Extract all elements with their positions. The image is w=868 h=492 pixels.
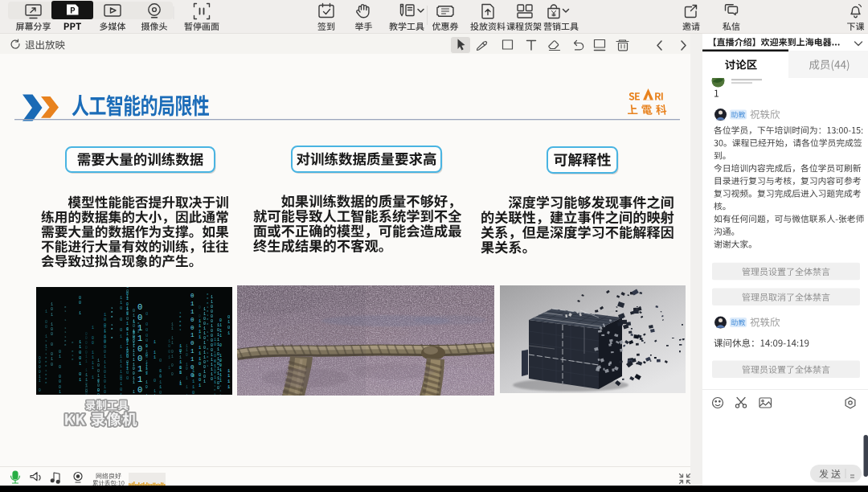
svg-text:1 11: 1 11 [154,340,156,360]
svg-text:101 100 0 010: 101 100 0 010 [51,302,53,367]
svg-text:1 1 11110: 1 1 11110 [120,334,122,379]
svg-text:0000011 1110000: 0000011 1110000 [85,332,88,400]
svg-text:01 0 00011: 01 0 00011 [59,350,61,400]
svg-text:001100110: 001100110 [137,302,142,395]
svg-text:0 0 1 0: 0 0 1 0 [199,305,201,337]
svg-text:1 00 1111 1: 1 00 1111 1 [92,326,94,380]
svg-text:01101: 01101 [133,309,135,334]
svg-text:01011 1111110 11: 01011 1111110 11 [126,292,129,371]
svg-text:11 11 01 0 0: 11 11 01 0 0 [171,322,174,377]
svg-text:000011 0: 000011 0 [39,356,41,392]
svg-text:0 0 111 10 10: 0 0 111 10 10 [145,344,148,403]
svg-text:10111101011100: 10111101011100 [217,323,219,391]
svg-text:110000100000111110: 110000100000111110 [211,295,213,382]
svg-text:11 10 1: 11 10 1 [179,351,182,385]
svg-text:000111110011 100: 000111110011 100 [133,330,135,403]
svg-text:00 1: 00 1 [79,296,81,316]
svg-text:01100101100: 01100101100 [190,293,194,379]
svg-text:1100110101100101: 1100110101100101 [203,307,206,384]
